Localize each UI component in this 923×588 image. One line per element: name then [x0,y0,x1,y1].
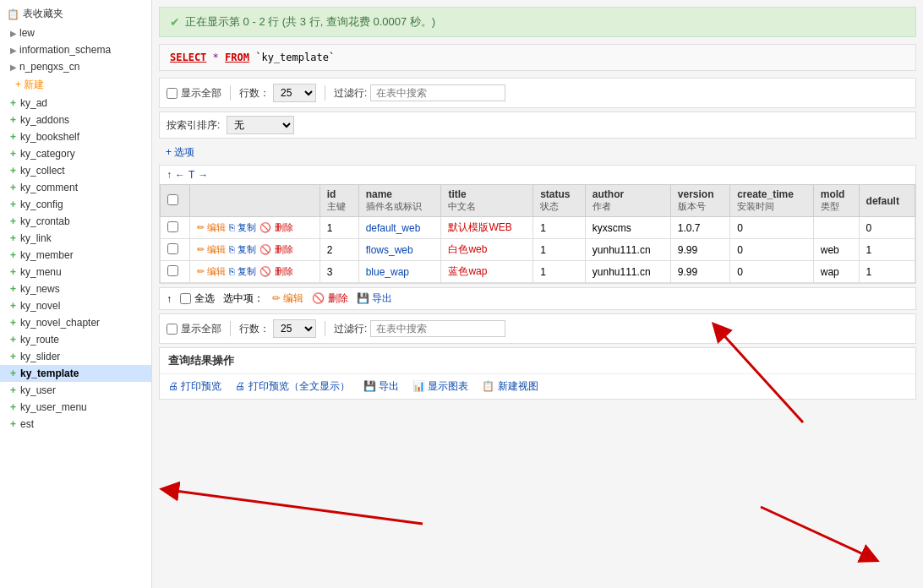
query-result-header: 查询结果操作 [160,348,915,374]
new-view-link[interactable]: 📋 新建视图 [482,379,538,394]
bottom-delete-btn[interactable]: 🚫 删除 [312,291,347,306]
success-bar: ✔ 正在显示第 0 - 2 行 (共 3 行, 查询花费 0.0007 秒。) [159,7,916,37]
cell-create_time-2: 0 [730,261,814,283]
nav-left[interactable]: ← [175,169,185,181]
cell-default-0: 0 [859,217,915,239]
print-preview-link[interactable]: 🖨 打印预览 [168,379,221,394]
sidebar-item-ky_ad[interactable]: + ky_ad [0,95,151,112]
separator-1 [230,85,231,101]
sidebar-item-ky_news[interactable]: + ky_news [0,280,151,297]
cell-id-0: 1 [320,217,358,239]
cell-mold-2: wap [813,261,859,283]
cell-id-1: 2 [320,239,358,261]
copy-btn-2[interactable]: ⎘ 复制 [229,265,256,278]
col-header-mold[interactable]: mold类型 [813,185,859,217]
show-all-checkbox[interactable] [167,88,178,99]
cell-mold-1: web [813,239,859,261]
col-header-id[interactable]: id主键 [320,185,358,217]
cell-version-2: 9.99 [670,261,729,283]
sidebar-item-ky_category[interactable]: + ky_category [0,145,151,162]
edit-btn-1[interactable]: ✏ 编辑 [197,243,226,256]
row-count-text: 行数： [239,86,270,101]
select-all-label[interactable]: 全选 [180,291,215,306]
del-btn-2[interactable]: 🚫 删除 [259,265,292,278]
sidebar-item-db-information_schema[interactable]: ▶ information_schema [0,41,151,58]
row-checkbox-1[interactable] [167,243,178,254]
row-count-bottom-select[interactable]: 25 50 100 [273,319,316,338]
select-all-checkbox[interactable] [180,293,191,304]
sidebar-new-btn[interactable]: + 新建 [0,75,151,95]
show-all-bottom-label[interactable]: 显示全部 [167,322,221,336]
cell-default-1: 1 [859,239,915,261]
col-header-title[interactable]: title中文名 [441,185,533,217]
sidebar-item-ky_addons[interactable]: + ky_addons [0,112,151,128]
edit-btn-0[interactable]: ✏ 编辑 [197,221,226,234]
nav-up[interactable]: ↑ [167,169,172,181]
show-all-bottom-checkbox[interactable] [167,324,178,335]
show-all-text: 显示全部 [181,86,221,101]
export-link[interactable]: 💾 导出 [363,379,399,394]
copy-btn-0[interactable]: ⎘ 复制 [229,221,256,234]
col-header-version[interactable]: version版本号 [670,185,729,217]
sidebar-item-ky_crontab[interactable]: + ky_crontab [0,213,151,230]
nav-right[interactable]: → [198,169,208,181]
sidebar-item-est[interactable]: + est [0,416,151,433]
sidebar-item-ky_menu[interactable]: + ky_menu [0,264,151,280]
sidebar-item-ky_bookshelf[interactable]: + ky_bookshelf [0,128,151,145]
data-table-wrapper: ↑ ← T → id主键name插件名或标识title中文名status状态au… [159,165,916,284]
sidebar-item-ky_template[interactable]: + ky_template [0,365,151,382]
col-header-default[interactable]: default [859,185,915,217]
sidebar-item-ky_link[interactable]: + ky_link [0,230,151,247]
cell-create_time-1: 0 [730,239,814,261]
sidebar-item-db-lew[interactable]: ▶ lew [0,24,151,41]
sidebar-item-ky_config[interactable]: + ky_config [0,196,151,213]
sidebar-item-ky_novel[interactable]: + ky_novel [0,297,151,314]
bottom-edit-btn[interactable]: ✏ 编辑 [272,291,303,306]
del-btn-1[interactable]: 🚫 删除 [259,243,292,256]
row-checkbox-2[interactable] [167,265,178,276]
row-count-bottom-text: 行数： [239,322,270,336]
row-actions-0: ✏ 编辑 ⎘ 复制 🚫 删除 [190,217,320,239]
cell-name-2: blue_wap [358,261,441,283]
filter-input[interactable] [370,84,505,101]
sidebar-item-ky_comment[interactable]: + ky_comment [0,179,151,196]
sidebar-item-ky_novel_chapter[interactable]: + ky_novel_chapter [0,314,151,331]
cell-mold-0 [813,217,859,239]
nav-bottom-up[interactable]: ↑ [167,293,172,305]
data-table: id主键name插件名或标识title中文名status状态author作者ve… [160,184,915,283]
col-header-name[interactable]: name插件名或标识 [358,185,441,217]
cell-status-0: 1 [533,217,586,239]
row-checkbox-0[interactable] [167,221,178,232]
col-header-status[interactable]: status状态 [533,185,586,217]
sort-select[interactable]: 无 [227,116,294,134]
sidebar-item-ky_member[interactable]: + ky_member [0,247,151,264]
cell-name-1: flows_web [358,239,441,261]
chart-link[interactable]: 📊 显示图表 [412,379,468,394]
cell-status-1: 1 [533,239,586,261]
select-options[interactable]: + 选项 [159,142,916,163]
cell-author-2: yunhu111.cn [585,261,670,283]
sidebar-item-db-n_pengxs_cn[interactable]: ▶ n_pengxs_cn [0,58,151,75]
col-header-author[interactable]: author作者 [585,185,670,217]
sidebar-item-ky_collect[interactable]: + ky_collect [0,162,151,179]
select-all-header[interactable] [167,194,178,205]
edit-btn-2[interactable]: ✏ 编辑 [197,265,226,278]
show-all-label[interactable]: 显示全部 [167,86,221,101]
separator-2 [325,85,325,101]
copy-btn-1[interactable]: ⎘ 复制 [229,243,256,256]
nav-t[interactable]: T [188,169,194,181]
print-full-link[interactable]: 🖨 打印预览（全文显示） [235,379,349,394]
sidebar-item-ky_user_menu[interactable]: + ky_user_menu [0,399,151,416]
filter-bottom-input[interactable] [370,320,505,337]
col-header-create_time[interactable]: create_time安装时间 [730,185,814,217]
sort-control: 按索引排序: 无 [159,112,916,139]
del-btn-0[interactable]: 🚫 删除 [259,221,292,234]
bottom-export-btn[interactable]: 💾 导出 [357,291,392,306]
row-actions-1: ✏ 编辑 ⎘ 复制 🚫 删除 [190,239,320,261]
row-count-select[interactable]: 25 50 100 [273,84,316,102]
filter-bottom-text: 过滤行: [334,322,367,336]
sidebar-item-ky_route[interactable]: + ky_route [0,331,151,348]
row-count-bottom-label: 行数： 25 50 100 [239,319,316,338]
sidebar-item-ky_user[interactable]: + ky_user [0,382,151,399]
sidebar-item-ky_slider[interactable]: + ky_slider [0,348,151,365]
